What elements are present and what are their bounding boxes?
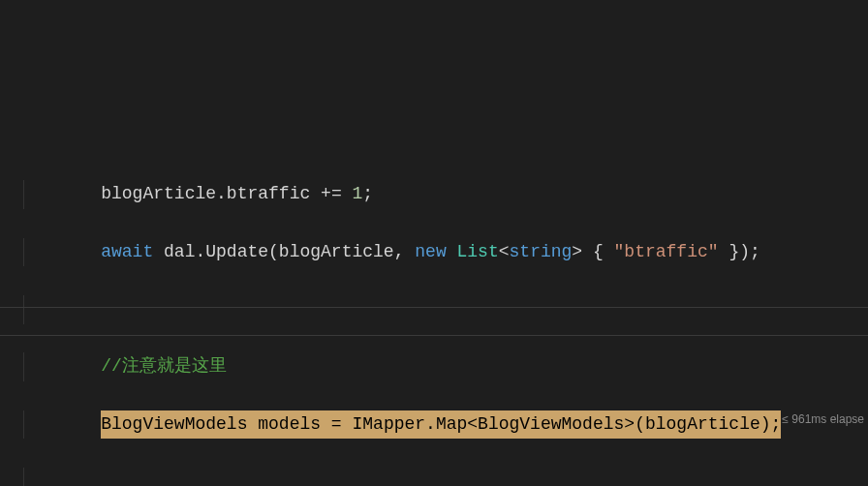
type: BlogViewModels xyxy=(101,414,247,434)
close-brace: }); xyxy=(719,242,760,261)
code-line[interactable]: blogArticle.btraffic += 1; xyxy=(23,180,868,209)
code-editor[interactable]: blogArticle.btraffic += 1; await dal.Upd… xyxy=(0,115,868,486)
comment: //注意就是这里 xyxy=(101,356,227,376)
code-line-highlighted[interactable]: BlogViewModels models = IMapper.Map<Blog… xyxy=(23,410,868,440)
breakpoint-highlight: BlogViewModels models = IMapper.Map<Blog… xyxy=(101,410,781,440)
string-literal: "btraffic" xyxy=(614,242,719,261)
generic-type: BlogViewModels xyxy=(478,414,624,434)
space xyxy=(342,184,353,203)
method-call: dal.Update(blogArticle, xyxy=(153,242,415,261)
keyword-string: string xyxy=(510,242,573,261)
call-close: >(blogArticle); xyxy=(624,414,781,434)
assignment: models = IMapper.Map< xyxy=(247,414,478,434)
operator: += xyxy=(321,184,342,203)
space xyxy=(447,242,457,261)
code-line[interactable]: await dal.Update(blogArticle, new List<s… xyxy=(23,238,868,267)
type-list: List xyxy=(457,242,499,261)
keyword-new: new xyxy=(415,242,446,261)
codelens-timing[interactable]: ≤ 961ms elapse xyxy=(782,410,864,430)
code-line-empty[interactable] xyxy=(23,468,868,486)
code-line[interactable]: //注意就是这里 xyxy=(23,352,868,381)
angle-bracket: < xyxy=(499,242,510,261)
code-line-empty[interactable] xyxy=(23,295,868,324)
keyword-await: await xyxy=(101,242,153,261)
brace: > { xyxy=(572,242,613,261)
semicolon: ; xyxy=(362,184,373,203)
number-literal: 1 xyxy=(353,184,363,203)
identifier: blogArticle xyxy=(101,184,216,203)
property: .btraffic xyxy=(216,184,321,203)
